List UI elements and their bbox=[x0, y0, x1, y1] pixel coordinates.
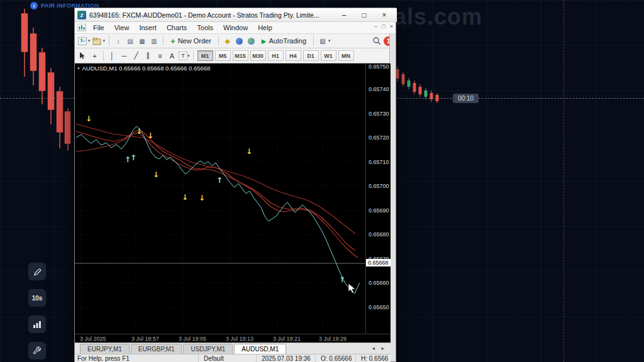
timeframe-button[interactable]: 10s bbox=[28, 289, 46, 307]
crosshair-tool-icon[interactable]: + bbox=[89, 50, 100, 61]
chart-ohlc: ▾ AUDUSD,M1 0.65666 0.65668 0.65666 0.65… bbox=[77, 65, 210, 72]
timeframe-m1[interactable]: M1 bbox=[197, 50, 213, 61]
standard-toolbar: + ▾ ▾ ↕ ▤ ▦ ▥ + New Order ◆ ▶ AutoTradin… bbox=[75, 34, 396, 48]
timeframe-mn[interactable]: MN bbox=[338, 50, 354, 61]
timeframe-h1[interactable]: H1 bbox=[268, 50, 284, 61]
chart-tools-toolbar: + │ ─ ╱ ∥ ≡ A T ▾ M1 M5 M15 M30 H1 H4 D1… bbox=[75, 48, 396, 63]
terminal-icon[interactable]: ▥ bbox=[149, 36, 159, 46]
horizontal-line-tool-icon[interactable]: ─ bbox=[119, 50, 130, 61]
wrench-icon bbox=[33, 346, 42, 355]
chart-canvas[interactable]: ▾ AUDUSD,M1 0.65666 0.65668 0.65666 0.65… bbox=[75, 63, 365, 334]
timeframe-m30[interactable]: M30 bbox=[250, 50, 266, 61]
tab-eurjpy[interactable]: EURJPY,M1 bbox=[80, 344, 130, 354]
tester-icon[interactable]: ▧ bbox=[318, 36, 328, 46]
chart-restore-button[interactable]: □ bbox=[382, 23, 385, 30]
status-time: 2025.07.03 19:36 bbox=[256, 354, 311, 362]
app-logo-icon: z bbox=[77, 11, 86, 19]
menu-insert[interactable]: Insert bbox=[135, 23, 161, 32]
chart-minimize-button[interactable]: – bbox=[374, 23, 377, 30]
minimize-button[interactable]: – bbox=[334, 10, 354, 20]
market-watch-icon[interactable]: ↕ bbox=[113, 36, 123, 46]
vertical-line-tool-icon[interactable]: │ bbox=[107, 50, 118, 61]
maximize-button[interactable]: □ bbox=[354, 10, 374, 20]
timeframe-h4[interactable]: H4 bbox=[286, 50, 301, 61]
fibonacci-tool-icon[interactable]: ≡ bbox=[155, 50, 165, 61]
svg-text:↓: ↓ bbox=[246, 147, 252, 156]
title-bar[interactable]: z 63948165: FXCM-AUDDemo01 - Demo Accoun… bbox=[75, 8, 397, 22]
symbol-marker-icon: ▾ bbox=[77, 66, 80, 71]
options-icon[interactable] bbox=[235, 36, 245, 46]
tab-audusd[interactable]: AUDUSD,M1 bbox=[234, 344, 286, 354]
tab-usdjpy[interactable]: USDJPY,M1 bbox=[183, 344, 233, 354]
svg-text:↑: ↑ bbox=[339, 275, 345, 284]
tools-button[interactable] bbox=[28, 342, 46, 359]
menu-charts[interactable]: Charts bbox=[162, 23, 191, 32]
left-candles bbox=[20, 9, 73, 157]
menu-window[interactable]: Window bbox=[219, 23, 252, 32]
status-profile[interactable]: Default bbox=[198, 354, 224, 362]
watermark: als.com bbox=[394, 4, 482, 30]
indicators-button[interactable] bbox=[28, 315, 46, 333]
menu-file[interactable]: File bbox=[89, 23, 109, 32]
svg-text:↓: ↓ bbox=[147, 131, 153, 140]
countdown-badge: 00:10 bbox=[453, 94, 479, 103]
svg-text:↓: ↓ bbox=[153, 170, 159, 179]
new-chart-caret[interactable]: ▾ bbox=[88, 38, 91, 43]
chart-close-button[interactable]: × bbox=[390, 23, 393, 30]
cursor-tool-icon[interactable] bbox=[77, 50, 88, 61]
svg-text:+: + bbox=[80, 37, 83, 43]
search-icon[interactable] bbox=[372, 36, 382, 46]
tester-caret[interactable]: ▾ bbox=[328, 38, 331, 43]
metaeditor-icon[interactable]: ◆ bbox=[223, 36, 233, 46]
svg-text:↑: ↑ bbox=[130, 153, 136, 162]
autotrading-button[interactable]: ▶ AutoTrading bbox=[258, 36, 309, 45]
svg-text:↑: ↑ bbox=[216, 176, 223, 185]
price-axis[interactable]: 0.65750 0.65740 0.65730 0.65720 0.65710 … bbox=[365, 63, 391, 334]
new-chart-icon[interactable]: + bbox=[77, 36, 87, 46]
timeframe-m15[interactable]: M15 bbox=[233, 50, 248, 61]
menu-bar: File View Insert Charts Tools Window Hel… bbox=[75, 22, 396, 34]
mt4-window: z 63948165: FXCM-AUDDemo01 - Demo Accoun… bbox=[74, 8, 396, 362]
shapes-caret[interactable]: ▾ bbox=[187, 53, 190, 58]
close-button[interactable]: × bbox=[374, 10, 394, 20]
status-high: H: 0.6566 bbox=[355, 354, 388, 362]
profiles-icon[interactable] bbox=[92, 36, 103, 46]
right-candles bbox=[395, 65, 448, 109]
time-marker-dashed-line bbox=[564, 0, 564, 362]
menu-tools[interactable]: Tools bbox=[192, 23, 218, 32]
navigator-icon[interactable]: ▦ bbox=[137, 36, 147, 46]
svg-text:↓: ↓ bbox=[86, 114, 92, 123]
chart-icon bbox=[77, 24, 86, 31]
label-tool[interactable]: T bbox=[179, 52, 187, 60]
mouse-cursor bbox=[348, 283, 357, 294]
profiles-caret[interactable]: ▾ bbox=[103, 38, 106, 43]
svg-text:↓: ↓ bbox=[136, 127, 142, 136]
tab-scroll-arrows[interactable]: ◂ ▸ bbox=[372, 345, 387, 351]
timeframe-label: 10s bbox=[32, 295, 43, 302]
timeframe-w1[interactable]: W1 bbox=[321, 50, 336, 61]
svg-text:↓: ↓ bbox=[182, 193, 188, 202]
drawing-tools-button[interactable] bbox=[28, 263, 46, 280]
play-icon: ▶ bbox=[262, 38, 267, 45]
svg-text:↓: ↓ bbox=[199, 194, 205, 202]
time-axis[interactable]: 3 Jul 2025 3 Jul 18:57 3 Jul 19:05 3 Jul… bbox=[75, 334, 391, 343]
chart-row: ▾ AUDUSD,M1 0.65666 0.65668 0.65666 0.65… bbox=[75, 63, 391, 334]
menu-help[interactable]: Help bbox=[253, 23, 277, 32]
channel-tool-icon[interactable]: ∥ bbox=[143, 50, 153, 61]
status-open: O: 0.65666 bbox=[315, 354, 352, 362]
timeframe-m5[interactable]: M5 bbox=[215, 50, 231, 61]
trendline-tool-icon[interactable]: ╱ bbox=[131, 50, 142, 61]
text-tool[interactable]: A bbox=[167, 50, 177, 61]
tab-eurgbp[interactable]: EURGBP,M1 bbox=[131, 344, 182, 354]
chart-tab-bar: EURJPY,M1 EURGBP,M1 USDJPY,M1 AUDUSD,M1 … bbox=[75, 343, 391, 354]
plus-icon: + bbox=[170, 36, 175, 46]
menu-view[interactable]: View bbox=[110, 23, 134, 32]
timeframe-d1[interactable]: D1 bbox=[303, 50, 319, 61]
status-bar: For Help, press F1 Default 2025.07.03 19… bbox=[75, 354, 391, 362]
new-order-button[interactable]: + New Order bbox=[167, 36, 214, 47]
bars-icon bbox=[33, 320, 42, 329]
data-window-icon[interactable]: ▤ bbox=[125, 36, 135, 46]
current-price-box: 0.65668 bbox=[366, 259, 391, 266]
status-help: For Help, press F1 bbox=[77, 354, 130, 362]
community-icon[interactable] bbox=[247, 36, 257, 46]
